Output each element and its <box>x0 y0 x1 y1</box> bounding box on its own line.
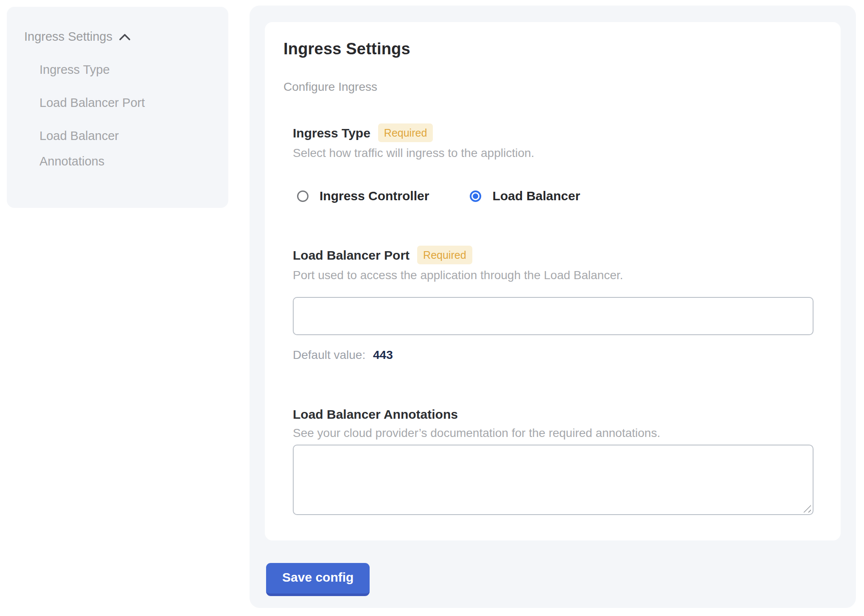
save-config-button[interactable]: Save config <box>266 563 370 596</box>
load-balancer-port-input[interactable] <box>293 297 814 335</box>
ingress-type-label: Ingress Type <box>293 125 370 141</box>
ingress-settings-panel: Ingress Settings Configure Ingress Ingre… <box>250 6 856 608</box>
radio-unselected-icon <box>297 190 309 202</box>
sidebar-item-load-balancer-annotations[interactable]: Load Balancer Annotations <box>39 123 163 174</box>
required-badge: Required <box>378 123 433 142</box>
page-title: Ingress Settings <box>283 39 814 59</box>
radio-load-balancer-label: Load Balancer <box>492 188 580 204</box>
field-load-balancer-annotations: Load Balancer Annotations See your cloud… <box>293 406 814 515</box>
sidebar-item-load-balancer-port[interactable]: Load Balancer Port <box>39 90 163 115</box>
radio-ingress-controller-label: Ingress Controller <box>320 188 429 204</box>
ingress-type-description: Select how traffic will ingress to the a… <box>293 146 814 160</box>
default-value-number: 443 <box>373 348 393 361</box>
load-balancer-port-label: Load Balancer Port <box>293 247 410 263</box>
field-load-balancer-port: Load Balancer Port Required Port used to… <box>293 246 814 362</box>
ingress-settings-card: Ingress Settings Configure Ingress Ingre… <box>265 22 841 540</box>
load-balancer-annotations-description: See your cloud provider’s documentation … <box>293 426 814 440</box>
ingress-type-radio-group: Ingress Controller Load Balancer <box>293 188 814 204</box>
required-badge: Required <box>417 246 472 264</box>
sidebar-section-label: Ingress Settings <box>24 28 112 45</box>
sidebar-section-ingress-settings[interactable]: Ingress Settings <box>24 28 211 45</box>
radio-ingress-controller[interactable]: Ingress Controller <box>293 188 429 204</box>
field-ingress-type: Ingress Type Required Select how traffic… <box>293 124 814 204</box>
load-balancer-annotations-label: Load Balancer Annotations <box>293 406 458 423</box>
default-value-row: Default value: 443 <box>293 348 814 362</box>
radio-load-balancer[interactable]: Load Balancer <box>466 188 580 204</box>
sidebar-item-list: Ingress Type Load Balancer Port Load Bal… <box>39 57 211 174</box>
settings-nav-sidebar: Ingress Settings Ingress Type Load Balan… <box>7 7 228 208</box>
load-balancer-port-description: Port used to access the application thro… <box>293 268 814 283</box>
page-subtitle: Configure Ingress <box>283 80 814 94</box>
sidebar-item-ingress-type[interactable]: Ingress Type <box>39 57 163 82</box>
radio-selected-icon <box>470 190 481 202</box>
load-balancer-annotations-textarea[interactable] <box>293 445 814 515</box>
default-value-label: Default value: <box>293 348 365 361</box>
chevron-up-icon <box>118 33 131 42</box>
